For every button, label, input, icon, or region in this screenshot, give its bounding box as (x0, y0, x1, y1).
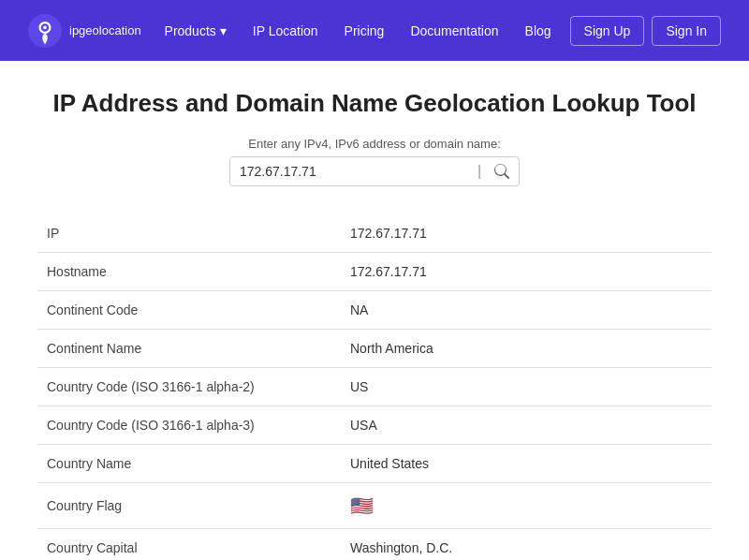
row-value: US (341, 368, 712, 406)
row-label: Continent Name (37, 330, 341, 368)
brand-name: ipgeolocation (69, 23, 141, 38)
svg-point-2 (43, 25, 47, 29)
navbar: ipgeolocation Products ▾ IP Location Pri… (0, 0, 749, 61)
table-row: Country NameUnited States (37, 445, 712, 483)
table-row: IP172.67.17.71 (37, 214, 712, 253)
row-value: USA (341, 406, 712, 445)
search-section: Enter any IPv4, IPv6 address or domain n… (37, 137, 712, 186)
table-row: Country CapitalWashington, D.C. (37, 529, 712, 561)
row-label: Continent Code (37, 291, 341, 330)
row-value: NA (341, 291, 712, 330)
nav-pricing[interactable]: Pricing (333, 16, 396, 46)
row-label: Country Name (37, 445, 341, 483)
nav-products[interactable]: Products ▾ (154, 16, 238, 46)
table-row: Country Code (ISO 3166-1 alpha-2)US (37, 368, 712, 406)
row-label: Country Code (ISO 3166-1 alpha-2) (37, 368, 341, 406)
nav-signin[interactable]: Sign In (652, 16, 721, 46)
results-table: IP172.67.17.71Hostname172.67.17.71Contin… (37, 214, 712, 560)
table-row: Country Code (ISO 3166-1 alpha-3)USA (37, 406, 712, 445)
table-row: Continent CodeNA (37, 291, 712, 330)
chevron-down-icon: ▾ (220, 23, 227, 38)
row-label: IP (37, 214, 341, 253)
row-value: North America (341, 330, 712, 368)
row-value: 172.67.17.71 (341, 253, 712, 291)
row-label: Country Flag (37, 483, 341, 529)
table-row: Country Flag🇺🇸 (37, 483, 712, 529)
row-label: Hostname (37, 253, 341, 291)
nav-links: Products ▾ IP Location Pricing Documenta… (154, 16, 721, 46)
row-value: 172.67.17.71 (341, 214, 712, 253)
table-row: Hostname172.67.17.71 (37, 253, 712, 291)
row-value: Washington, D.C. (341, 529, 712, 561)
search-icon (494, 164, 509, 179)
main-content: IP Address and Domain Name Geolocation L… (19, 61, 730, 560)
row-value: United States (341, 445, 712, 483)
search-input[interactable] (230, 157, 474, 185)
nav-documentation[interactable]: Documentation (399, 16, 509, 46)
brand-logo-icon (28, 14, 62, 48)
brand-logo-link[interactable]: ipgeolocation (28, 14, 141, 48)
row-value: 🇺🇸 (341, 483, 712, 529)
page-title: IP Address and Domain Name Geolocation L… (37, 89, 712, 118)
search-box: | (229, 156, 520, 186)
search-label: Enter any IPv4, IPv6 address or domain n… (37, 137, 712, 151)
table-row: Continent NameNorth America (37, 330, 712, 368)
nav-blog[interactable]: Blog (514, 16, 563, 46)
search-divider: | (474, 163, 485, 180)
row-label: Country Capital (37, 529, 341, 561)
row-label: Country Code (ISO 3166-1 alpha-3) (37, 406, 341, 445)
nav-ip-location[interactable]: IP Location (242, 16, 330, 46)
search-button[interactable] (485, 157, 519, 185)
nav-signup[interactable]: Sign Up (570, 16, 645, 46)
